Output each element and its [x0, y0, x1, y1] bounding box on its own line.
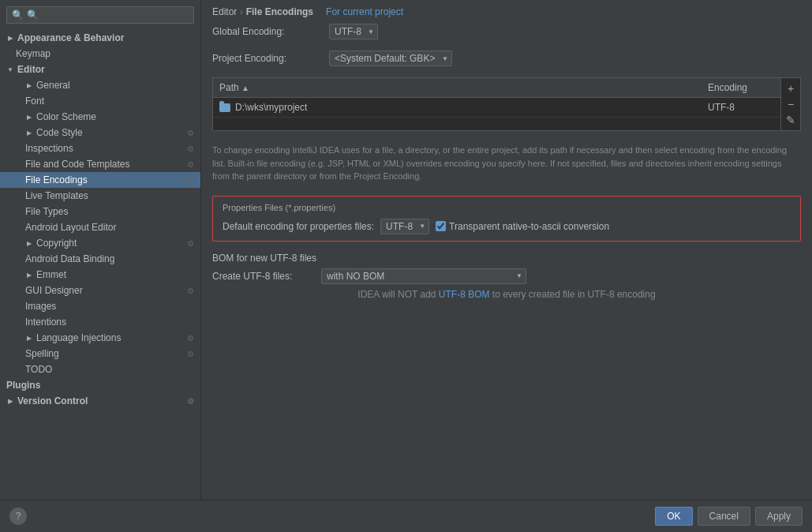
- sidebar-item-general[interactable]: ▶ General: [0, 77, 200, 93]
- sidebar-item-keymap[interactable]: Keymap: [0, 46, 200, 62]
- bom-note-suffix: to every created file in UTF-8 encoding: [490, 289, 656, 300]
- project-link[interactable]: For current project: [326, 6, 403, 17]
- sidebar-item-label: Language Injections: [36, 332, 121, 343]
- sidebar-item-intentions[interactable]: Intentions: [0, 314, 200, 330]
- table-row[interactable]: D:\wks\myproject UTF-8: [213, 98, 780, 118]
- sidebar-item-live-templates[interactable]: Live Templates: [0, 188, 200, 204]
- path-value: D:\wks\myproject: [235, 102, 307, 113]
- transparent-checkbox[interactable]: [436, 221, 446, 231]
- arrow-icon: ▶: [6, 397, 14, 405]
- apply-button[interactable]: Apply: [755, 507, 803, 526]
- table-body: D:\wks\myproject UTF-8: [213, 98, 780, 130]
- project-encoding-label: Project Encoding:: [212, 53, 323, 64]
- sidebar-item-images[interactable]: Images: [0, 298, 200, 314]
- sidebar-item-label: General: [36, 80, 70, 91]
- sidebar-item-todo[interactable]: TODO: [0, 362, 200, 377]
- global-encoding-select-wrapper: UTF-8: [329, 24, 378, 39]
- global-encoding-label: Global Encoding:: [212, 26, 323, 37]
- sidebar-item-label: Code Style: [36, 127, 83, 138]
- sidebar-item-label: GUI Designer: [25, 285, 83, 296]
- description-text: To change encoding IntelliJ IDEA uses fo…: [212, 139, 801, 188]
- settings-icon: ⚙: [187, 287, 194, 295]
- settings-icon: ⚙: [187, 334, 194, 343]
- sidebar-item-color-scheme[interactable]: ▶ Color Scheme: [0, 109, 200, 125]
- project-encoding-select-wrapper: <System Default: GBK>: [329, 51, 452, 66]
- cancel-button[interactable]: Cancel: [698, 507, 750, 526]
- sidebar-item-label: Version Control: [17, 395, 88, 406]
- global-encoding-row: Global Encoding: UTF-8: [212, 24, 801, 39]
- bom-note: IDEA will NOT add UTF-8 BOM to every cre…: [212, 289, 801, 300]
- encoding-table-container: Path ▲ Encoding D:\wks\myproject: [212, 77, 801, 131]
- sidebar-item-file-code-templates[interactable]: File and Code Templates ⚙: [0, 156, 200, 172]
- arrow-icon: ▶: [25, 113, 33, 121]
- sidebar-item-label: File and Code Templates: [25, 159, 130, 170]
- search-box[interactable]: 🔍: [6, 6, 194, 24]
- sidebar-item-copyright[interactable]: ▶ Copyright ⚙: [0, 235, 200, 251]
- project-encoding-select[interactable]: <System Default: GBK>: [329, 51, 452, 66]
- ok-button[interactable]: OK: [655, 507, 692, 526]
- sidebar-item-inspections[interactable]: Inspections ⚙: [0, 140, 200, 156]
- sidebar-item-language-injections[interactable]: ▶ Language Injections ⚙: [0, 330, 200, 346]
- remove-encoding-button[interactable]: −: [783, 97, 799, 111]
- settings-icon: ⚙: [187, 160, 194, 169]
- sidebar-item-label: Android Data Binding: [25, 253, 114, 264]
- arrow-icon: ▶: [25, 271, 33, 279]
- nav-tree: ▶ Appearance & Behavior Keymap ▼ Editor …: [0, 30, 200, 500]
- sidebar-item-label: TODO: [25, 364, 52, 375]
- encoding-table: Path ▲ Encoding D:\wks\myproject: [213, 78, 780, 130]
- table-header: Path ▲ Encoding: [213, 78, 780, 98]
- sidebar-item-spelling[interactable]: Spelling ⚙: [0, 346, 200, 362]
- breadcrumb-current: File Encodings: [246, 6, 313, 17]
- breadcrumb-parent: Editor: [212, 6, 237, 17]
- sidebar-item-label: Plugins: [6, 380, 40, 391]
- edit-encoding-button[interactable]: ✎: [783, 113, 799, 127]
- sidebar-item-label: Font: [25, 96, 44, 107]
- properties-section: Properties Files (*.properties) Default …: [212, 196, 801, 242]
- bom-select[interactable]: with NO BOM: [321, 268, 526, 284]
- bom-section: BOM for new UTF-8 files Create UTF-8 fil…: [212, 249, 801, 303]
- arrow-icon: ▶: [25, 81, 33, 89]
- arrow-icon: ▶: [25, 239, 33, 247]
- sidebar-item-label: File Types: [25, 206, 68, 217]
- project-encoding-row: Project Encoding: <System Default: GBK>: [212, 51, 801, 66]
- arrow-icon: ▶: [25, 334, 33, 342]
- help-button[interactable]: ?: [9, 508, 27, 525]
- arrow-icon: ▼: [6, 66, 14, 73]
- sidebar-item-appearance[interactable]: ▶ Appearance & Behavior: [0, 30, 200, 46]
- bom-create-label: Create UTF-8 files:: [212, 271, 315, 282]
- properties-encoding-label: Default encoding for properties files:: [223, 221, 374, 232]
- sidebar-item-label: Keymap: [16, 48, 51, 59]
- sidebar-item-editor[interactable]: ▼ Editor: [0, 62, 200, 77]
- sidebar-item-font[interactable]: Font: [0, 93, 200, 109]
- sidebar-item-file-encodings[interactable]: File Encodings ⚙: [0, 172, 200, 188]
- settings-icon: ⚙: [187, 144, 194, 153]
- sidebar-item-label: Copyright: [36, 238, 77, 249]
- col-encoding: Encoding: [702, 81, 780, 95]
- bom-note-prefix: IDEA will NOT add: [357, 289, 438, 300]
- search-icon: 🔍: [12, 9, 24, 21]
- sidebar-item-label: Intentions: [25, 317, 66, 328]
- search-input[interactable]: [27, 9, 189, 21]
- global-encoding-select[interactable]: UTF-8: [329, 24, 378, 39]
- sidebar-item-android-layout-editor[interactable]: Android Layout Editor: [0, 219, 200, 235]
- content-area: Global Encoding: UTF-8 Project Encoding:…: [201, 24, 812, 500]
- sidebar-item-plugins[interactable]: Plugins: [0, 377, 200, 393]
- sidebar-item-emmet[interactable]: ▶ Emmet: [0, 267, 200, 283]
- add-encoding-button[interactable]: +: [783, 81, 799, 96]
- utf8-bom-link[interactable]: UTF-8 BOM: [439, 289, 490, 300]
- breadcrumb-arrow: ›: [240, 8, 242, 17]
- sidebar-item-label: Live Templates: [25, 190, 88, 201]
- sidebar-item-version-control[interactable]: ▶ Version Control ⚙: [0, 393, 200, 409]
- properties-encoding-select[interactable]: UTF-8: [380, 219, 429, 234]
- sidebar-item-label: Editor: [17, 64, 45, 75]
- table-actions: + − ✎: [780, 78, 800, 130]
- sidebar: 🔍 ▶ Appearance & Behavior Keymap ▼ Edito…: [0, 0, 201, 500]
- sidebar-item-label: Android Layout Editor: [25, 222, 116, 233]
- sidebar-item-android-data-binding[interactable]: Android Data Binding: [0, 251, 200, 267]
- sidebar-item-code-style[interactable]: ▶ Code Style ⚙: [0, 125, 200, 140]
- sidebar-item-file-types[interactable]: File Types: [0, 204, 200, 219]
- bom-create-row: Create UTF-8 files: with NO BOM: [212, 268, 801, 284]
- bom-title: BOM for new UTF-8 files: [212, 253, 801, 264]
- settings-icon: ⚙: [187, 397, 194, 406]
- sidebar-item-gui-designer[interactable]: GUI Designer ⚙: [0, 283, 200, 298]
